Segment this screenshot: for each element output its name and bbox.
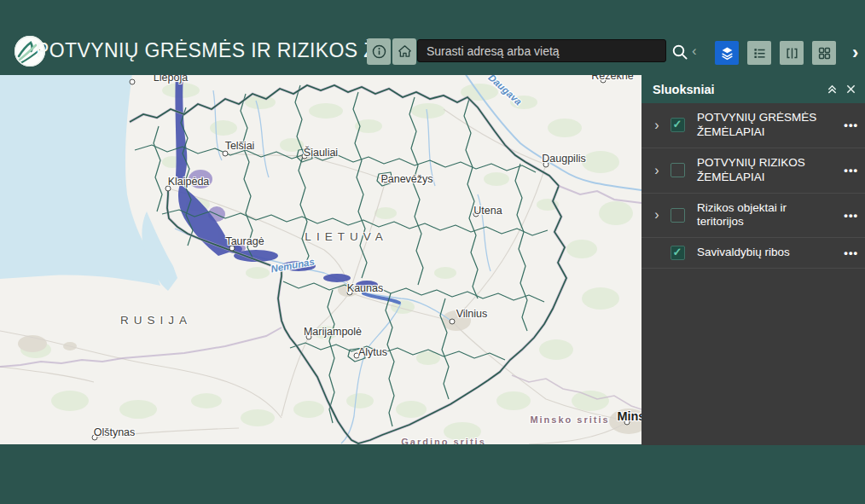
layer-list: ›POTVYNIŲ GRĖSMĖS ŽEMĖLAPIAI•••›POTVYNIŲ… xyxy=(641,103,865,445)
info-icon xyxy=(371,43,387,60)
layer-row[interactable]: ›Rizikos objektai ir teritorijos••• xyxy=(641,194,865,239)
close-icon xyxy=(845,83,857,96)
layers-icon xyxy=(719,45,735,61)
layer-label: Savivaldybių ribos xyxy=(697,246,839,260)
header-bar: POTVYNIŲ GRĖSMĖS IR RIZIKOS ŽEMĖLAPIAI ‹… xyxy=(0,0,865,75)
map-canvas[interactable]: LiepojaTelšiaiŠiauliaiKlaipėdaPanevėžysD… xyxy=(0,75,641,444)
map-label-city: Alytus xyxy=(358,346,387,358)
layer-row[interactable]: ›POTVYNIŲ RIZIKOS ŽEMĖLAPIAI••• xyxy=(641,148,865,194)
map-label-region: Minsko sritis xyxy=(530,414,609,425)
city-marker xyxy=(223,151,229,157)
map-label-city: Panevėžys xyxy=(380,173,432,185)
city-marker xyxy=(130,79,136,85)
layer-options-icon[interactable]: ••• xyxy=(839,164,858,177)
city-marker xyxy=(601,78,607,84)
map-label-river: Nemunas xyxy=(270,257,315,275)
collapse-panel-button[interactable] xyxy=(822,80,841,99)
city-marker xyxy=(306,334,312,340)
city-marker xyxy=(229,246,235,252)
apps-icon xyxy=(816,45,833,61)
swipe-icon xyxy=(784,45,800,61)
layers-panel: Sluoksniai ›POTVYNIŲ GRĖSMĖS ŽEMĖLAPIAI•… xyxy=(641,75,865,445)
layer-options-icon[interactable]: ••• xyxy=(839,246,858,259)
layers-panel-header: Sluoksniai xyxy=(641,75,865,103)
map-label-city: Liepoja xyxy=(154,75,188,84)
layer-label: POTVYNIŲ GRĖSMĖS ŽEMĖLAPIAI xyxy=(697,111,839,140)
layer-checkbox[interactable] xyxy=(671,246,685,260)
map-label-country: LIETUVA xyxy=(305,230,387,243)
map-label-city: Vilnius xyxy=(456,308,488,320)
city-marker xyxy=(354,353,360,359)
map-label-city: Telšiai xyxy=(225,140,255,152)
expand-chevron-icon[interactable]: › xyxy=(647,164,667,177)
layer-label: Rizikos objektai ir teritorijos xyxy=(697,201,839,230)
layer-checkbox[interactable] xyxy=(671,208,685,223)
search-box xyxy=(417,39,666,62)
layer-checkbox[interactable] xyxy=(671,163,685,177)
page-title: POTVYNIŲ GRĖSMĖS IR RIZIKOS ŽEMĖLAPIAI xyxy=(36,39,370,67)
city-marker xyxy=(450,319,456,325)
city-marker xyxy=(347,290,353,296)
layers-tool-button[interactable] xyxy=(715,41,739,65)
layer-options-icon[interactable]: ••• xyxy=(839,209,858,222)
map-label-country: RUSIJA xyxy=(120,314,192,327)
city-marker xyxy=(473,211,479,217)
expand-chevron-icon[interactable]: › xyxy=(647,208,667,222)
map-labels: LiepojaTelšiaiŠiauliaiKlaipėdaPanevėžysD… xyxy=(0,75,641,444)
info-button[interactable] xyxy=(367,38,391,65)
map-label-city: Rėzekne xyxy=(591,75,633,82)
double-chevron-up-icon xyxy=(826,83,839,96)
legend-icon xyxy=(752,45,768,61)
apps-tool-button[interactable] xyxy=(812,41,836,65)
close-panel-button[interactable] xyxy=(841,80,860,99)
legend-tool-button[interactable] xyxy=(747,41,771,65)
chevron-left-icon[interactable]: ‹ xyxy=(692,43,697,60)
layer-label: POTVYNIŲ RIZIKOS ŽEMĖLAPIAI xyxy=(697,156,839,185)
layer-options-icon[interactable]: ••• xyxy=(839,119,858,131)
city-marker xyxy=(624,420,630,426)
search-icon[interactable] xyxy=(671,43,689,61)
expand-chevron-icon[interactable]: › xyxy=(647,119,667,132)
city-marker xyxy=(92,435,98,441)
layer-row[interactable]: ›POTVYNIŲ GRĖSMĖS ŽEMĖLAPIAI••• xyxy=(641,103,865,148)
swipe-tool-button[interactable] xyxy=(780,41,804,65)
city-marker xyxy=(302,154,308,159)
map-label-city: Šiauliai xyxy=(304,147,338,159)
map-label-city: Olštynas xyxy=(94,426,136,438)
city-marker xyxy=(383,177,389,183)
city-marker xyxy=(543,162,549,168)
map-label-region: Gardino sritis xyxy=(401,437,486,444)
search-input[interactable] xyxy=(418,40,682,61)
map-label-river: Daugava xyxy=(486,75,524,107)
panel-title: Sluoksniai xyxy=(653,83,822,96)
home-button[interactable] xyxy=(392,38,416,65)
app-window: POTVYNIŲ GRĖSMĖS IR RIZIKOS ŽEMĖLAPIAI ‹… xyxy=(0,0,865,504)
map-label-city: Klaipėda xyxy=(168,176,210,188)
city-marker xyxy=(165,186,171,192)
chevron-right-icon[interactable]: › xyxy=(852,42,858,64)
home-icon xyxy=(397,43,413,60)
layer-row[interactable]: Savivaldybių ribos••• xyxy=(641,238,865,269)
layer-checkbox[interactable] xyxy=(671,118,685,132)
map-label-city: Marijampolė xyxy=(304,326,362,338)
